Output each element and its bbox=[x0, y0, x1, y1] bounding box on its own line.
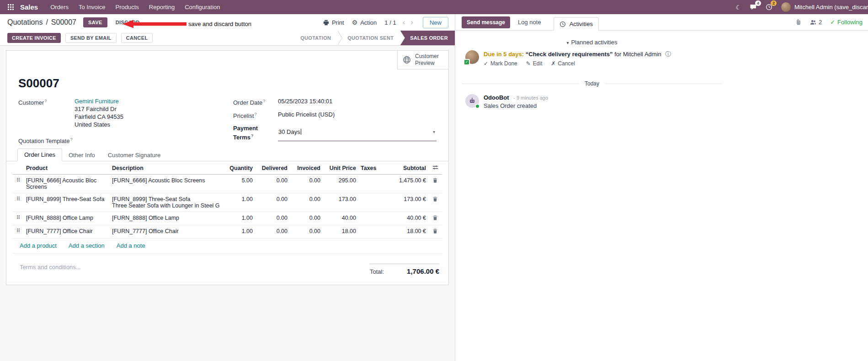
col-unit-price[interactable]: Unit Price bbox=[323, 162, 358, 175]
info-icon[interactable]: ⓘ bbox=[665, 51, 671, 58]
customer-address-line: Fairfield CA 94535 bbox=[75, 113, 123, 121]
new-button[interactable]: New bbox=[423, 17, 448, 28]
save-button[interactable]: SAVE bbox=[83, 17, 107, 27]
delete-line-icon[interactable] bbox=[432, 215, 438, 221]
following-button[interactable]: ✓ Following bbox=[830, 19, 863, 26]
line-taxes[interactable] bbox=[358, 212, 383, 225]
discard-button[interactable]: DISCARD bbox=[116, 20, 140, 25]
messages-icon[interactable]: 4 bbox=[750, 4, 757, 11]
line-invoiced[interactable]: 0.00 bbox=[290, 193, 323, 212]
today-separator: Today bbox=[462, 80, 722, 87]
col-product[interactable]: Product bbox=[24, 162, 110, 175]
activities-clock-icon[interactable]: 2 bbox=[766, 4, 772, 11]
line-invoiced[interactable]: 0.00 bbox=[290, 225, 323, 239]
line-description[interactable]: [FURN_6666] Acoustic Bloc Screens bbox=[110, 175, 222, 193]
menu-configuration[interactable]: Configuration bbox=[180, 0, 225, 14]
status-pipeline: QUOTATION QUOTATION SENT SALES ORDER bbox=[291, 31, 455, 45]
print-button[interactable]: Print bbox=[323, 19, 344, 26]
line-unit-price[interactable]: 18.00 bbox=[323, 225, 358, 239]
activities-tab[interactable]: Activities bbox=[554, 17, 599, 31]
user-menu[interactable]: Mitchell Admin (save_discar bbox=[781, 2, 868, 12]
line-quantity[interactable]: 1.00 bbox=[222, 225, 255, 239]
optional-columns-icon[interactable] bbox=[428, 162, 442, 175]
tab-order-lines[interactable]: Order Lines bbox=[17, 149, 62, 161]
edit-activity-button[interactable]: ✎ Edit bbox=[526, 60, 543, 67]
delete-line-icon[interactable] bbox=[432, 228, 438, 234]
apps-grid-icon[interactable] bbox=[5, 4, 16, 10]
cancel-activity-button[interactable]: ✗ Cancel bbox=[551, 60, 575, 67]
tab-other-info[interactable]: Other Info bbox=[62, 149, 101, 161]
line-description[interactable]: [FURN_8999] Three-Seat Sofa Three Seater… bbox=[110, 193, 222, 212]
app-name[interactable]: Sales bbox=[20, 3, 38, 11]
status-step-quotation[interactable]: QUOTATION bbox=[291, 31, 338, 45]
line-quantity[interactable]: 1.00 bbox=[222, 212, 255, 225]
customer-preview-button[interactable]: Customer Preview bbox=[397, 50, 449, 69]
line-unit-price[interactable]: 295.00 bbox=[323, 175, 358, 193]
followers-button[interactable]: 2 bbox=[810, 19, 822, 26]
drag-handle-icon[interactable]: ⠿ bbox=[13, 193, 24, 212]
line-description[interactable]: [FURN_8888] Office Lamp bbox=[110, 212, 222, 225]
line-quantity[interactable]: 5.00 bbox=[222, 175, 255, 193]
col-delivered[interactable]: Delivered bbox=[255, 162, 290, 175]
col-taxes[interactable]: Taxes bbox=[358, 162, 383, 175]
customer-link[interactable]: Gemini Furniture bbox=[75, 97, 123, 105]
log-note-button[interactable]: Log note bbox=[518, 19, 541, 26]
pager-next-icon[interactable]: › bbox=[409, 18, 415, 27]
line-invoiced[interactable]: 0.00 bbox=[290, 212, 323, 225]
line-product[interactable]: [FURN_7777] Office Chair bbox=[24, 225, 110, 239]
menu-reporting[interactable]: Reporting bbox=[144, 0, 180, 14]
user-avatar bbox=[781, 2, 791, 12]
menu-to-invoice[interactable]: To Invoice bbox=[74, 0, 111, 14]
line-quantity[interactable]: 1.00 bbox=[222, 193, 255, 212]
line-invoiced[interactable]: 0.00 bbox=[290, 175, 323, 193]
planned-activities-header[interactable]: ▾Planned activities bbox=[461, 39, 723, 46]
line-delivered[interactable]: 0.00 bbox=[255, 225, 290, 239]
cancel-button[interactable]: CANCEL bbox=[121, 33, 153, 43]
menu-orders[interactable]: Orders bbox=[45, 0, 74, 14]
line-product[interactable]: [FURN_8999] Three-Seat Sofa bbox=[24, 193, 110, 212]
status-step-sales-order[interactable]: SALES ORDER bbox=[400, 31, 455, 45]
create-invoice-button[interactable]: CREATE INVOICE bbox=[7, 33, 61, 43]
moon-icon[interactable]: ☾ bbox=[735, 4, 741, 11]
line-delivered[interactable]: 0.00 bbox=[255, 193, 290, 212]
tab-customer-signature[interactable]: Customer Signature bbox=[101, 149, 167, 161]
status-step-quotation-sent[interactable]: QUOTATION SENT bbox=[338, 31, 400, 45]
line-product[interactable]: [FURN_6666] Acoustic Bloc Screens bbox=[24, 175, 110, 193]
delete-line-icon[interactable] bbox=[432, 196, 438, 202]
action-button[interactable]: ⚙ Action bbox=[352, 19, 377, 26]
dropdown-caret-icon[interactable]: ▾ bbox=[433, 129, 435, 134]
line-taxes[interactable] bbox=[358, 175, 383, 193]
line-unit-price[interactable]: 40.00 bbox=[323, 212, 358, 225]
col-subtotal[interactable]: Subtotal bbox=[383, 162, 428, 175]
terms-and-conditions-placeholder[interactable]: Terms and conditions... bbox=[20, 264, 81, 275]
line-taxes[interactable] bbox=[358, 193, 383, 212]
col-invoiced[interactable]: Invoiced bbox=[290, 162, 323, 175]
attachments-paperclip-icon[interactable] bbox=[795, 19, 802, 26]
mark-done-button[interactable]: ✓ Mark Done bbox=[484, 60, 517, 67]
line-product[interactable]: [FURN_8888] Office Lamp bbox=[24, 212, 110, 225]
line-unit-price[interactable]: 173.00 bbox=[323, 193, 358, 212]
drag-handle-icon[interactable]: ⠿ bbox=[13, 212, 24, 225]
add-product-link[interactable]: Add a product bbox=[20, 242, 57, 249]
line-delivered[interactable]: 0.00 bbox=[255, 175, 290, 193]
col-quantity[interactable]: Quantity bbox=[222, 162, 255, 175]
pricelist-value[interactable]: Public Pricelist (USD) bbox=[278, 111, 335, 120]
order-date-value[interactable]: 05/25/2023 15:40:01 bbox=[278, 97, 332, 106]
pager-previous-icon[interactable]: ‹ bbox=[401, 18, 407, 27]
drag-handle-icon[interactable]: ⠿ bbox=[13, 225, 24, 239]
message-author[interactable]: OdooBot bbox=[484, 94, 509, 101]
add-section-link[interactable]: Add a section bbox=[69, 242, 105, 249]
line-delivered[interactable]: 0.00 bbox=[255, 212, 290, 225]
quotation-template-field[interactable] bbox=[75, 136, 215, 145]
line-description[interactable]: [FURN_7777] Office Chair bbox=[110, 225, 222, 239]
delete-line-icon[interactable] bbox=[432, 177, 438, 183]
col-description[interactable]: Description bbox=[110, 162, 222, 175]
payment-terms-input[interactable]: 30 Days ▾ bbox=[278, 124, 437, 141]
send-message-button[interactable]: Send message bbox=[462, 16, 510, 28]
line-taxes[interactable] bbox=[358, 225, 383, 239]
send-by-email-button[interactable]: SEND BY EMAIL bbox=[65, 33, 117, 43]
menu-products[interactable]: Products bbox=[110, 0, 144, 14]
breadcrumb-quotations[interactable]: Quotations bbox=[7, 18, 43, 27]
add-note-link[interactable]: Add a note bbox=[117, 242, 145, 249]
drag-handle-icon[interactable]: ⠿ bbox=[13, 175, 24, 193]
